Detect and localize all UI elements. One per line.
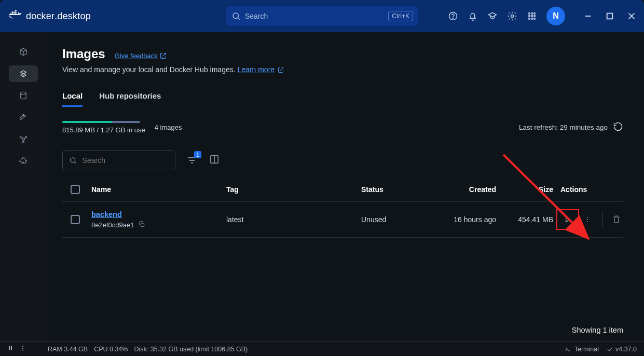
statusbar-menu-icon[interactable]	[20, 345, 26, 353]
svg-rect-38	[141, 223, 144, 226]
cpu-stat: CPU 0.34%	[94, 346, 128, 353]
image-id: 8e2ef0cd9ae1	[91, 221, 134, 229]
image-status: Unused	[361, 215, 434, 224]
main-content: Images Give feedback View and manage you…	[47, 32, 644, 341]
images-search[interactable]	[62, 150, 175, 170]
svg-point-42	[587, 221, 588, 222]
svg-point-31	[71, 158, 75, 162]
sidebar-item-builds[interactable]	[9, 109, 38, 126]
ram-stat: RAM 3.44 GB	[48, 346, 88, 353]
more-actions-button[interactable]	[582, 212, 593, 227]
images-search-input[interactable]	[83, 156, 169, 165]
svg-rect-23	[607, 13, 613, 19]
logo: docker.desktop	[8, 10, 226, 22]
terminal-button[interactable]: Terminal	[564, 346, 599, 353]
search-shortcut: Ctrl+K	[388, 11, 413, 21]
sidebar-item-dev-env[interactable]	[9, 131, 38, 147]
columns-button[interactable]	[209, 154, 220, 167]
image-name-link[interactable]: backend	[91, 210, 122, 218]
row-checkbox[interactable]	[71, 215, 80, 224]
th-created[interactable]: Created	[434, 185, 496, 194]
svg-point-47	[22, 346, 23, 347]
global-search-placeholder: Search	[245, 12, 384, 20]
showing-count: Showing 1 item	[572, 326, 623, 334]
minimize-button[interactable]	[584, 12, 592, 20]
svg-point-18	[534, 16, 536, 17]
sidebar-item-images[interactable]	[9, 65, 38, 82]
svg-rect-6	[15, 11, 17, 13]
tab-hub[interactable]: Hub repositories	[99, 91, 161, 107]
th-tag[interactable]: Tag	[226, 185, 361, 194]
give-feedback-link[interactable]: Give feedback	[115, 52, 167, 60]
global-search[interactable]: Search Ctrl+K	[226, 6, 418, 26]
filter-badge: 1	[194, 151, 201, 158]
version-label[interactable]: v4.37.0	[606, 346, 637, 353]
learn-more-link[interactable]: Learn more	[237, 65, 275, 74]
svg-point-28	[20, 136, 21, 138]
disk-usage-bar	[62, 121, 140, 123]
sidebar-item-volumes[interactable]	[9, 87, 38, 104]
docker-whale-icon	[8, 10, 23, 22]
svg-point-12	[511, 15, 514, 18]
select-all-checkbox[interactable]	[71, 185, 80, 194]
svg-point-21	[534, 18, 536, 20]
tabs: Local Hub repositories	[62, 91, 623, 107]
image-tag: latest	[226, 215, 361, 224]
copy-icon[interactable]	[138, 221, 145, 229]
svg-marker-39	[566, 217, 570, 222]
sidebar	[0, 32, 47, 341]
maximize-button[interactable]	[606, 12, 614, 20]
apps-grid-icon[interactable]	[527, 11, 537, 21]
svg-point-16	[529, 16, 530, 17]
close-button[interactable]	[627, 12, 636, 20]
image-count: 4 images	[155, 124, 182, 131]
page-subtitle: View and manage your local and Docker Hu…	[62, 65, 623, 74]
table-row: backend 8e2ef0cd9ae1 latest Unused 16 ho…	[62, 202, 623, 238]
logo-text: docker.desktop	[26, 11, 91, 22]
svg-rect-7	[15, 10, 17, 11]
image-created: 16 hours ago	[434, 215, 496, 224]
help-icon[interactable]	[448, 11, 458, 21]
th-size[interactable]: Size	[496, 185, 553, 194]
svg-line-32	[75, 162, 76, 163]
sidebar-item-containers[interactable]	[9, 44, 38, 60]
delete-button[interactable]	[612, 214, 621, 225]
svg-point-30	[23, 142, 24, 143]
titlebar: docker.desktop Search Ctrl+K N	[0, 0, 644, 32]
last-refresh-text: Last refresh: 29 minutes ago	[519, 124, 608, 131]
svg-point-40	[587, 217, 588, 218]
window-controls	[584, 12, 636, 20]
svg-point-41	[587, 219, 588, 220]
svg-point-14	[531, 13, 533, 15]
bell-icon[interactable]	[468, 11, 478, 21]
th-actions: Actions	[553, 185, 631, 194]
sidebar-item-extensions[interactable]	[9, 153, 38, 169]
titlebar-actions: N	[440, 7, 636, 25]
svg-rect-5	[13, 11, 15, 13]
page-title: Images	[62, 47, 105, 61]
th-name[interactable]: Name	[91, 185, 226, 194]
svg-rect-4	[12, 11, 13, 13]
svg-point-49	[22, 350, 23, 351]
th-status[interactable]: Status	[361, 185, 434, 194]
tab-local[interactable]: Local	[62, 91, 83, 107]
learning-icon[interactable]	[487, 11, 498, 21]
settings-icon[interactable]	[507, 11, 517, 21]
svg-point-8	[233, 13, 239, 19]
svg-point-26	[21, 92, 26, 94]
svg-point-15	[534, 13, 536, 15]
run-button[interactable]	[556, 209, 579, 230]
user-avatar[interactable]: N	[546, 7, 565, 25]
pause-icon[interactable]	[7, 345, 13, 353]
disk-usage-text: 815.89 MB / 1.27 GB in use	[62, 126, 145, 134]
svg-point-11	[453, 18, 453, 19]
refresh-icon[interactable]	[613, 121, 623, 133]
svg-point-17	[531, 16, 533, 17]
svg-point-19	[529, 18, 530, 20]
disk-stat: Disk: 35.32 GB used (limit 1006.85 GB)	[134, 346, 248, 353]
image-size: 454.41 MB	[496, 215, 553, 224]
svg-line-9	[238, 18, 239, 19]
divider	[602, 212, 602, 227]
statusbar: RAM 3.44 GB CPU 0.34% Disk: 35.32 GB use…	[0, 341, 644, 356]
filter-button[interactable]: 1	[186, 154, 198, 167]
